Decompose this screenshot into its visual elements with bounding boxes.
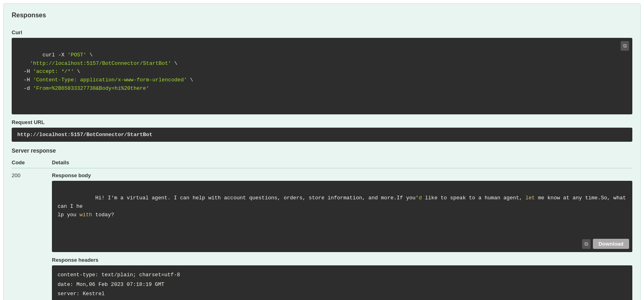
header-code: Code	[12, 159, 52, 166]
header-line-2: date: Mon,06 Feb 2023 07:18:19 GMT	[58, 280, 627, 289]
inner-panel: Curl curl -X 'POST' \ 'http://localhost:…	[12, 25, 632, 300]
curl-label: Curl	[12, 29, 632, 35]
server-response-label: Server response	[12, 147, 632, 154]
curl-section: Curl curl -X 'POST' \ 'http://localhost:…	[12, 29, 632, 114]
request-url-section: Request URL http://localhost:5157/BotCon…	[12, 119, 632, 142]
server-response-section: Server response Code Details 200 Respons…	[12, 147, 632, 300]
response-body-actions: ⧉ Download	[582, 239, 629, 249]
response-code-200: 200	[12, 172, 52, 178]
response-body-label: Response body	[52, 172, 632, 178]
curl-code-block: curl -X 'POST' \ 'http://localhost:5157/…	[12, 38, 632, 114]
curl-code-text: curl -X 'POST' \ 'http://localhost:5157/…	[17, 52, 193, 91]
header-details: Details	[52, 159, 632, 166]
server-response-row-200: 200 Response body Hi! I'm a virtual agen…	[12, 168, 632, 300]
request-url-label: Request URL	[12, 119, 632, 125]
response-headers-block: content-type: text/plain; charset=utf-8 …	[52, 265, 632, 300]
curl-copy-button[interactable]: ⧉	[621, 41, 629, 51]
response-headers-label: Response headers	[52, 257, 632, 263]
response-body-text: Hi! I'm a virtual agent. I can help with…	[58, 195, 629, 218]
header-line-3: server: Kestrel	[58, 289, 627, 298]
header-line-4: transfer-encoding: chunked	[58, 298, 627, 300]
response-body-copy-button[interactable]: ⧉	[582, 239, 590, 249]
header-line-1: content-type: text/plain; charset=utf-8	[58, 270, 627, 279]
download-button[interactable]: Download	[593, 239, 629, 249]
responses-title: Responses	[12, 12, 632, 19]
request-url-value: http://localhost:5157/BotConnector/Start…	[12, 128, 632, 142]
main-container: Responses Curl curl -X 'POST' \ 'http://…	[3, 3, 641, 300]
response-body-block: Hi! I'm a virtual agent. I can help with…	[52, 181, 632, 252]
response-details-200: Response body Hi! I'm a virtual agent. I…	[52, 172, 632, 300]
server-response-table-header: Code Details	[12, 157, 632, 168]
